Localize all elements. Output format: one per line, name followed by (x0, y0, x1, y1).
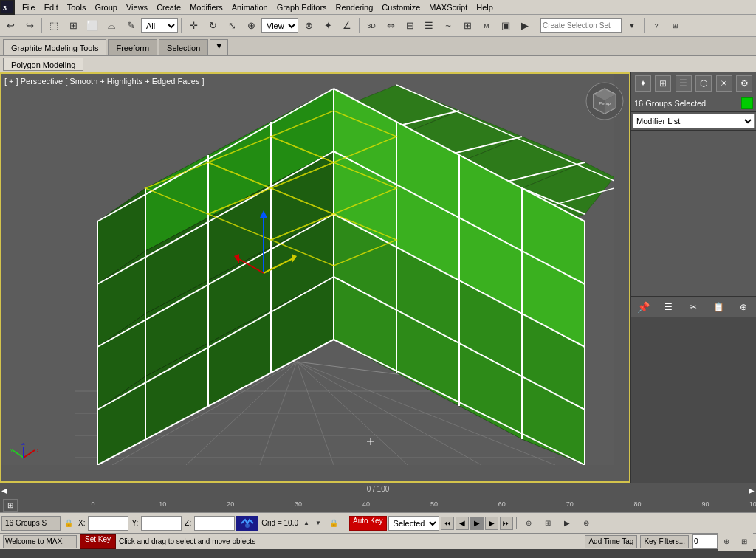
prev-frame-btn[interactable]: ◀ (456, 517, 469, 530)
make-unique-icon[interactable]: ⊕ (735, 299, 752, 315)
menu-rendering[interactable]: Rendering (331, 0, 378, 15)
r2-icon[interactable]: ⊞ (735, 533, 753, 551)
menu-views[interactable]: Views (122, 0, 152, 15)
menu-modifiers[interactable]: Modifiers (185, 0, 227, 15)
frame-ticks: ⊞ 0 10 20 30 40 50 60 70 80 90 100 (0, 497, 756, 512)
modifier-dropdown-row: Modifier List (631, 112, 756, 131)
camera-view-icon[interactable]: ⬡ (695, 75, 712, 92)
viewport-compass[interactable]: Persp (585, 81, 622, 118)
select-by-name-button[interactable]: ⊞ (64, 17, 82, 35)
timeline-prev-btn[interactable]: ◀ (0, 483, 9, 498)
timeline-next-btn[interactable]: ▶ (747, 483, 756, 498)
axis-indicator: X Y Z (9, 443, 38, 474)
named-selection-sets-button[interactable]: ▼ (623, 17, 641, 35)
tick-60: 60 (498, 500, 506, 508)
play-btn[interactable]: ▶ (470, 517, 484, 530)
angle-snap-button[interactable]: ∠ (338, 17, 356, 35)
viewport[interactable]: [ + ] Perspective [ Smooth + Highlights … (0, 72, 630, 483)
undo-scene-button[interactable]: 3D (362, 17, 380, 35)
track-view-icon[interactable]: ⊞ (3, 499, 18, 512)
viewport-config-icon[interactable]: ⊞ (539, 514, 557, 532)
help-button[interactable]: ? (647, 17, 665, 35)
extra-button[interactable]: ⊞ (667, 17, 684, 35)
groups-selected-btn[interactable]: 16 Groups S (1, 516, 61, 531)
reference-coord-dropdown[interactable]: View (261, 18, 298, 33)
selection-filter-dropdown[interactable]: All (141, 18, 178, 33)
graphite-collapse-btn[interactable]: ▼ (210, 39, 228, 55)
tick-10: 10 (159, 500, 166, 508)
grid-down-btn[interactable]: ▼ (313, 518, 323, 528)
redo-button[interactable]: ↪ (21, 17, 38, 35)
subtab-polygon-modeling[interactable]: Polygon Modeling (3, 58, 83, 71)
graphite-tab-freeform[interactable]: Freeform (108, 39, 157, 55)
selected-set-dropdown[interactable]: Selected (388, 516, 439, 531)
menu-tools[interactable]: Tools (63, 0, 91, 15)
go-to-start-btn[interactable]: ⏮ (441, 517, 454, 530)
next-frame-btn[interactable]: ▶ (485, 517, 498, 530)
tick-50: 50 (430, 500, 438, 508)
material-editor-button[interactable]: M (478, 17, 495, 35)
render-frame-button[interactable]: ▶ (516, 17, 534, 35)
layer-button[interactable]: ☰ (420, 17, 438, 35)
pin-stack-icon[interactable]: 📌 (636, 299, 652, 315)
grid-up-btn[interactable]: ▲ (301, 518, 312, 528)
render-config-icon[interactable]: ▶ (558, 514, 576, 532)
menu-help[interactable]: Help (472, 0, 498, 15)
lock-icon[interactable]: 🔒 (325, 514, 343, 532)
layers-icon[interactable]: ☰ (676, 75, 692, 92)
x-input[interactable] (88, 516, 128, 531)
undo-button[interactable]: ↩ (1, 17, 19, 35)
menu-animation[interactable]: Animation (227, 0, 272, 15)
reference-coord-button[interactable]: ⊕ (242, 17, 260, 35)
graphite-tab-modeling[interactable]: Graphite Modeling Tools (3, 39, 106, 55)
menu-create[interactable]: Create (152, 0, 185, 15)
select-rotate-button[interactable]: ↻ (204, 17, 221, 35)
menu-edit[interactable]: Edit (40, 0, 63, 15)
lock-selection-icon[interactable]: 🔒 (62, 517, 75, 530)
menu-group[interactable]: Group (90, 0, 122, 15)
select-move-button[interactable]: ✛ (185, 17, 202, 35)
set-key-button[interactable]: Set Key (80, 534, 116, 549)
cut-modifier-icon[interactable]: ✂ (685, 299, 701, 315)
time-config-icon[interactable]: ⊕ (520, 514, 537, 532)
z-input[interactable] (194, 516, 235, 531)
pivot-button[interactable]: ⊗ (300, 17, 317, 35)
extra-config-icon[interactable]: ⊗ (577, 514, 595, 532)
menu-customize[interactable]: Customize (377, 0, 425, 15)
menu-maxscript[interactable]: MAXScript (425, 0, 472, 15)
r1-icon[interactable]: ⊕ (718, 533, 735, 551)
schematic-view-button[interactable]: ⊞ (458, 17, 476, 35)
toolbar-separator-3 (359, 18, 360, 33)
align-button[interactable]: ⊟ (401, 17, 419, 35)
light-icon[interactable]: ☀ (716, 75, 732, 92)
timeline-bar[interactable]: 0 / 100 (9, 483, 747, 498)
select-scale-button[interactable]: ⤡ (223, 17, 241, 35)
frame-ticks-main[interactable]: 0 10 20 30 40 50 60 70 80 90 100 (78, 498, 756, 513)
modifier-stack-icon[interactable]: ☰ (661, 299, 677, 315)
mirror-button[interactable]: ⇔ (382, 17, 399, 35)
curve-editor-button[interactable]: ~ (439, 17, 457, 35)
create-selection-set-input[interactable] (540, 18, 622, 33)
tick-70: 70 (566, 500, 574, 508)
snaps-toggle-button[interactable]: ✦ (319, 17, 337, 35)
menu-file[interactable]: File (18, 0, 40, 15)
y-input[interactable] (141, 516, 182, 531)
paste-modifier-icon[interactable]: 📋 (710, 299, 726, 315)
select-region-button[interactable]: ⬜ (83, 17, 101, 35)
display-mode-icon[interactable]: ✦ (635, 75, 651, 92)
wireframe-icon[interactable]: ⊞ (655, 75, 671, 92)
graphite-tab-selection[interactable]: Selection (159, 39, 208, 55)
render-setup-button[interactable]: ▣ (497, 17, 515, 35)
modifier-list-dropdown[interactable]: Modifier List (633, 114, 755, 128)
current-frame-input[interactable] (692, 534, 718, 549)
paint-select-button[interactable]: ✎ (122, 17, 140, 35)
go-to-end-btn[interactable]: ⏭ (500, 517, 513, 530)
welcome-box: Welcome to MAX: (3, 535, 77, 548)
select-object-button[interactable]: ⬚ (45, 17, 63, 35)
menu-graph-editors[interactable]: Graph Editors (272, 0, 331, 15)
lasso-select-button[interactable]: ⌓ (103, 17, 120, 35)
key-filters-btn[interactable]: Key Filters... (640, 535, 689, 548)
auto-key-button[interactable]: Auto Key (349, 516, 387, 531)
add-time-tag-btn[interactable]: Add Time Tag (585, 535, 637, 548)
settings-icon[interactable]: ⚙ (736, 75, 752, 92)
